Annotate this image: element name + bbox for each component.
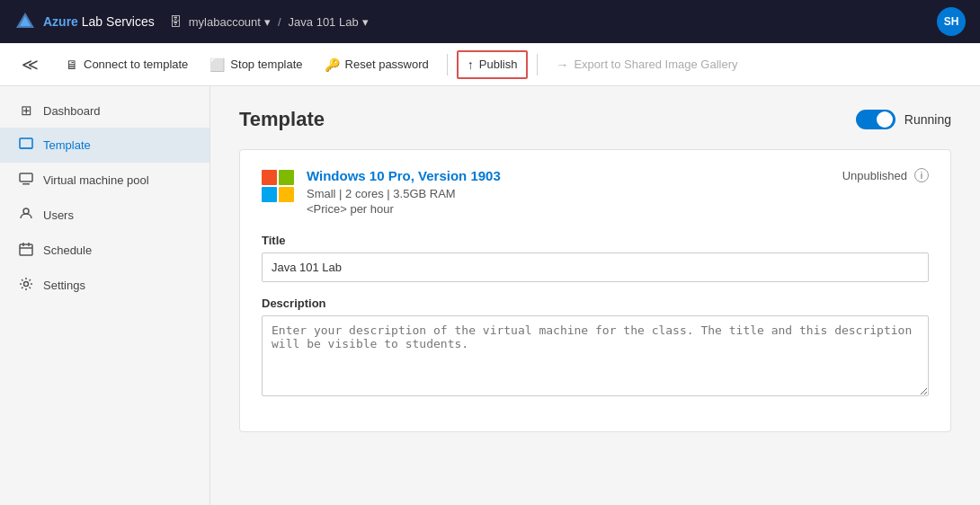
running-toggle[interactable] bbox=[856, 110, 895, 129]
stop-icon: ⬜ bbox=[209, 58, 225, 72]
vm-header: Windows 10 Pro, Version 1903 Small | 2 c… bbox=[262, 168, 929, 216]
title-label: Title bbox=[262, 234, 929, 247]
app-name: Azure Lab Services bbox=[43, 14, 155, 29]
toolbar-separator-2 bbox=[537, 54, 538, 75]
sidebar: ⊞ Dashboard Template Virtual machine poo… bbox=[0, 86, 210, 505]
toolbar-separator-1 bbox=[447, 54, 448, 75]
account-icon: 🗄 bbox=[169, 14, 182, 29]
publish-icon: ↑ bbox=[468, 58, 474, 72]
description-textarea[interactable] bbox=[262, 315, 929, 396]
export-icon: → bbox=[556, 58, 568, 72]
dashboard-icon: ⊞ bbox=[18, 102, 34, 119]
collapse-button[interactable]: ≪ bbox=[14, 51, 46, 78]
info-icon[interactable]: i bbox=[914, 168, 929, 182]
svg-rect-5 bbox=[20, 244, 32, 255]
account-breadcrumb[interactable]: mylabaccount ▾ bbox=[189, 15, 271, 29]
toggle-area: Running bbox=[856, 110, 951, 129]
schedule-icon bbox=[18, 242, 34, 259]
user-avatar[interactable]: SH bbox=[937, 7, 966, 36]
azure-logo-icon bbox=[14, 11, 36, 32]
sidebar-item-schedule[interactable]: Schedule bbox=[0, 233, 209, 268]
vm-card: Windows 10 Pro, Version 1903 Small | 2 c… bbox=[239, 149, 951, 432]
title-input[interactable] bbox=[262, 252, 929, 282]
sidebar-item-template[interactable]: Template bbox=[0, 128, 209, 163]
top-bar: Azure Lab Services 🗄 mylabaccount ▾ / Ja… bbox=[0, 0, 980, 43]
vmpool-icon bbox=[18, 172, 34, 189]
svg-rect-1 bbox=[20, 147, 32, 149]
title-field-group: Title bbox=[262, 234, 929, 282]
breadcrumb-separator: / bbox=[278, 15, 281, 29]
connect-template-button[interactable]: 🖥 Connect to template bbox=[57, 52, 197, 77]
sidebar-item-vmpool[interactable]: Virtual machine pool bbox=[0, 163, 209, 198]
toggle-label: Running bbox=[904, 112, 951, 127]
stop-template-button[interactable]: ⬜ Stop template bbox=[200, 52, 311, 77]
vm-price: <Price> per hour bbox=[307, 202, 842, 216]
windows-logo-icon bbox=[262, 170, 294, 202]
export-gallery-button[interactable]: → Export to Shared Image Gallery bbox=[547, 52, 746, 77]
toolbar: ≪ 🖥 Connect to template ⬜ Stop template … bbox=[0, 43, 980, 86]
main-content: Template Running Windows 10 Pro, Version… bbox=[210, 86, 980, 505]
connect-icon: 🖥 bbox=[66, 58, 78, 72]
breadcrumb: 🗄 mylabaccount ▾ / Java 101 Lab ▾ bbox=[169, 14, 369, 29]
description-label: Description bbox=[262, 297, 929, 310]
sidebar-item-users[interactable]: Users bbox=[0, 198, 209, 233]
page-header: Template Running bbox=[239, 108, 951, 131]
svg-rect-0 bbox=[20, 138, 32, 148]
vm-status-area: Unpublished i bbox=[842, 168, 929, 182]
vm-name: Windows 10 Pro, Version 1903 bbox=[307, 168, 842, 183]
vm-info: Windows 10 Pro, Version 1903 Small | 2 c… bbox=[307, 168, 842, 216]
vm-specs: Small | 2 cores | 3.5GB RAM bbox=[307, 187, 842, 200]
template-icon bbox=[18, 137, 34, 154]
sidebar-item-dashboard[interactable]: ⊞ Dashboard bbox=[0, 93, 209, 128]
app-logo: Azure Lab Services bbox=[14, 11, 155, 32]
lab-breadcrumb[interactable]: Java 101 Lab ▾ bbox=[289, 15, 369, 29]
page-title: Template bbox=[239, 108, 325, 131]
svg-rect-3 bbox=[22, 183, 30, 185]
sidebar-item-settings[interactable]: Settings bbox=[0, 268, 209, 303]
main-layout: ⊞ Dashboard Template Virtual machine poo… bbox=[0, 86, 980, 505]
svg-rect-2 bbox=[20, 173, 32, 182]
svg-point-6 bbox=[24, 282, 29, 287]
reset-icon: 🔑 bbox=[325, 58, 340, 72]
unpublished-badge: Unpublished bbox=[842, 169, 907, 182]
description-field-group: Description bbox=[262, 297, 929, 399]
svg-point-4 bbox=[23, 208, 29, 214]
settings-icon bbox=[18, 277, 34, 294]
reset-password-button[interactable]: 🔑 Reset password bbox=[316, 52, 438, 77]
users-icon bbox=[18, 207, 34, 224]
publish-button[interactable]: ↑ Publish bbox=[457, 50, 529, 79]
